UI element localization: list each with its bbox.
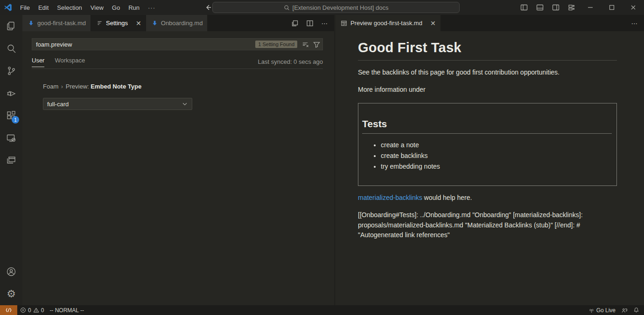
source-control-icon[interactable] [0, 60, 22, 82]
vscode-logo [0, 3, 16, 12]
settings-search-input[interactable] [32, 41, 255, 48]
vim-mode-indicator[interactable]: -- NORMAL -- [47, 305, 87, 315]
more-actions-icon[interactable]: ⋯ [629, 18, 640, 29]
run-debug-icon[interactable] [0, 82, 22, 104]
toggle-secondary-sidebar-icon[interactable] [548, 0, 564, 15]
errors-count: 0 [28, 307, 31, 314]
extensions-badge: 1 [12, 116, 19, 123]
embed-list: create a note create backlinks try embed… [362, 141, 612, 170]
embedded-note-card: Tests create a note create backlinks try… [358, 103, 617, 186]
markdown-preview-icon [341, 20, 347, 27]
extensions-icon[interactable]: 1 [0, 104, 22, 127]
menu-go[interactable]: Go [108, 2, 124, 13]
go-live-label: Go Live [596, 307, 616, 314]
remote-explorer-icon[interactable] [0, 127, 22, 149]
search-icon [284, 5, 290, 11]
preview-paragraph: More information under [358, 85, 617, 95]
left-tab-bar: good-first-task.md Settings ✕ Onboarding… [22, 15, 334, 31]
menu-view[interactable]: View [86, 2, 108, 13]
go-back-icon[interactable] [204, 4, 212, 11]
markdown-file-icon [152, 20, 158, 26]
open-preview-icon[interactable] [289, 18, 301, 29]
settings-editor-icon [97, 20, 103, 26]
maximize-button[interactable] [601, 0, 623, 15]
go-live-button[interactable]: Go Live [586, 305, 618, 315]
toggle-primary-sidebar-icon[interactable] [516, 0, 532, 15]
tab-good-first-task[interactable]: good-first-task.md [22, 15, 91, 31]
tab-label: Preview good-first-task.md [350, 20, 422, 27]
editor-group-left: good-first-task.md Settings ✕ Onboarding… [22, 15, 334, 305]
tab-label: Onboarding.md [161, 20, 203, 27]
settings-scope-row: User Workspace Last synced: 0 secs ago [32, 56, 323, 69]
command-center-search[interactable]: [Extension Development Host] docs [212, 2, 460, 13]
warnings-count: 0 [41, 307, 44, 314]
menu-edit[interactable]: Edit [34, 2, 53, 13]
menu-run[interactable]: Run [124, 2, 144, 13]
filter-icon[interactable] [311, 39, 322, 49]
setting-embed-note-type: Foam › Preview: Embed Note Type full-car… [43, 83, 192, 110]
close-tab-icon[interactable]: ✕ [430, 20, 436, 27]
close-window-button[interactable] [623, 0, 644, 15]
title-bar: File Edit Selection View Go Run ··· [Ext… [0, 0, 644, 15]
menu-file[interactable]: File [16, 2, 34, 13]
list-item: create backlinks [381, 152, 612, 159]
setting-subcategory: Preview: [66, 83, 89, 90]
errors-icon [20, 307, 26, 313]
menu-bar: File Edit Selection View Go Run ··· [16, 2, 160, 13]
chevron-down-icon [182, 101, 188, 107]
preview-heading: Good First Task [358, 40, 617, 61]
menu-selection[interactable]: Selection [53, 2, 86, 13]
list-item: try embedding notes [381, 163, 612, 170]
materialized-backlinks-link[interactable]: materialized-backlinks [358, 194, 422, 201]
toggle-panel-icon[interactable] [532, 0, 548, 15]
split-editor-icon[interactable] [304, 18, 315, 29]
notifications-bell-icon[interactable] [630, 305, 644, 315]
link-suffix-text: would help here. [422, 194, 472, 201]
setting-name: Embed Note Type [91, 83, 141, 90]
windows-stack-icon[interactable] [0, 149, 22, 171]
warnings-icon [33, 307, 39, 313]
preview-paragraph: See the backlinks of this page for good … [358, 68, 617, 78]
embed-heading: Tests [362, 118, 612, 134]
embed-note-type-select[interactable]: full-card [43, 98, 192, 110]
search-view-icon[interactable] [0, 37, 22, 60]
accounts-icon[interactable] [0, 260, 22, 283]
clear-filters-icon[interactable] [300, 39, 310, 49]
settings-gear-icon[interactable]: ⚙ [0, 283, 22, 305]
right-tab-bar: Preview good-first-task.md ✕ ⋯ [335, 15, 644, 31]
broadcast-icon [588, 307, 595, 313]
command-center-label: [Extension Development Host] docs [293, 4, 389, 11]
list-item: create a note [381, 141, 612, 149]
remote-indicator[interactable] [0, 305, 17, 315]
editor-group-right: Preview good-first-task.md ✕ ⋯ Good Firs… [335, 15, 644, 305]
preview-paragraph-link: materialized-backlinks would help here. [358, 193, 617, 203]
breadcrumb-separator: › [60, 83, 64, 90]
scope-tab-workspace[interactable]: Workspace [55, 57, 85, 67]
minimize-button[interactable] [580, 0, 601, 15]
tab-label: good-first-task.md [37, 20, 86, 27]
link-references-text: [[Onboarding#Tests]: ../Onboarding.md "O… [358, 210, 617, 240]
activity-bar: 1 ⚙ [0, 15, 22, 305]
menu-more-button[interactable]: ··· [144, 2, 160, 13]
problems-indicator[interactable]: 0 0 [17, 305, 47, 315]
close-tab-icon[interactable]: ✕ [136, 20, 141, 27]
customize-layout-icon[interactable] [564, 0, 580, 15]
status-bar: 0 0 -- NORMAL -- Go Live [0, 305, 644, 315]
tab-label: Settings [106, 20, 128, 27]
markdown-preview: Good First Task See the backlinks of thi… [335, 31, 644, 240]
last-synced-label: Last synced: 0 secs ago [258, 58, 323, 65]
tab-preview-good-first-task[interactable]: Preview good-first-task.md ✕ [335, 15, 441, 31]
setting-category: Foam [43, 83, 58, 90]
scope-tab-user[interactable]: User [32, 57, 44, 67]
explorer-icon[interactable] [0, 15, 22, 37]
select-value: full-card [47, 101, 69, 108]
markdown-file-icon [28, 20, 34, 26]
more-actions-icon[interactable]: ⋯ [319, 18, 330, 29]
live-share-icon[interactable] [618, 305, 630, 315]
settings-count-badge: 1 Setting Found [255, 41, 297, 48]
tab-onboarding[interactable]: Onboarding.md [146, 15, 208, 31]
tab-settings[interactable]: Settings ✕ [91, 15, 146, 31]
settings-search-box[interactable]: 1 Setting Found [32, 38, 323, 50]
